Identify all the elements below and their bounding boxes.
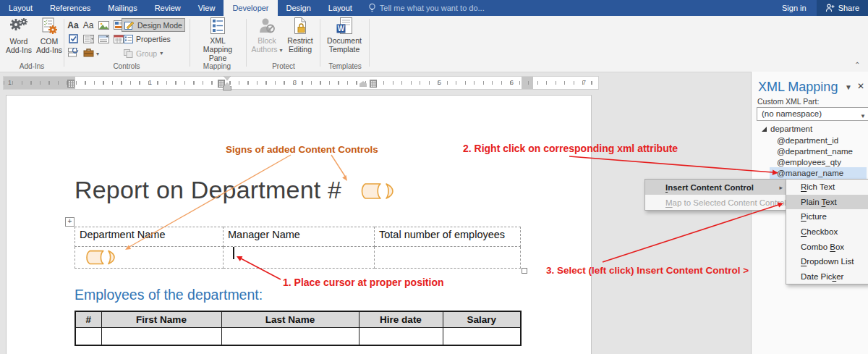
dept-table-header-cell[interactable]: Manager Name <box>224 227 375 247</box>
picture-control-icon[interactable] <box>97 20 110 30</box>
emp-table-cell[interactable] <box>101 328 221 346</box>
ruler-ticks <box>4 81 598 85</box>
dept-table-header-cell[interactable]: Total number of employees <box>375 227 521 247</box>
emp-table-header-cell[interactable]: Hire date <box>359 311 443 328</box>
hanging-indent-marker[interactable] <box>224 83 231 90</box>
tab-layout-2[interactable]: Layout <box>320 0 361 16</box>
ruler-number: 3 <box>293 79 297 86</box>
group-label-templates: Templates <box>324 62 366 70</box>
pane-options-caret-icon[interactable]: ▼ <box>845 83 852 91</box>
ruler-table-column-marker[interactable] <box>370 80 377 88</box>
dropdown-list-control-icon[interactable] <box>97 33 110 44</box>
tree-attr-department-id[interactable]: @department_id <box>777 136 838 145</box>
share-button[interactable]: Share <box>817 0 868 16</box>
restrict-editing-button[interactable]: Restrict Editing <box>284 17 317 54</box>
tell-me-box[interactable]: Tell me what you want to do... <box>361 0 485 16</box>
submenu-item-dropdown-list[interactable]: Dropdown List <box>786 254 868 269</box>
share-label: Share <box>838 0 859 16</box>
emp-table-cell[interactable] <box>75 328 101 346</box>
first-line-indent-marker[interactable] <box>224 76 231 80</box>
ruler-number: 7 <box>582 79 586 86</box>
design-mode-icon <box>124 20 135 30</box>
block-authors-button[interactable]: Block Authors ▾ <box>250 17 284 54</box>
emp-table-header-cell[interactable]: Salary <box>443 311 521 328</box>
emp-table-header-cell[interactable]: First Name <box>101 311 221 328</box>
document-template-label: Document Template <box>324 36 365 54</box>
ruler-number: 1 <box>148 79 152 86</box>
emp-table-cell[interactable] <box>359 328 443 346</box>
department-table: Department Name Manager Name Total numbe… <box>75 227 521 269</box>
design-mode-button[interactable]: Design Mode <box>122 18 185 32</box>
dept-table-cell[interactable] <box>375 247 521 269</box>
share-person-icon <box>825 4 835 12</box>
red-annotation-line <box>569 156 773 172</box>
properties-button[interactable]: Properties <box>122 33 173 45</box>
tab-review[interactable]: Review <box>146 0 190 16</box>
emp-table-header-cell[interactable]: Last Name <box>221 311 359 328</box>
block-authors-icon <box>258 17 276 34</box>
checkbox-control-icon[interactable] <box>67 33 80 44</box>
legacy-tools-caret[interactable]: ▾ <box>94 49 101 59</box>
right-indent-marker[interactable] <box>359 81 367 87</box>
svg-text:W: W <box>338 25 345 33</box>
menu-item-insert-content-control[interactable]: Insert Content Control ▸ <box>645 180 787 195</box>
com-addins-icon <box>41 17 58 35</box>
legacy-tools-icon[interactable] <box>82 47 95 58</box>
tab-references[interactable]: References <box>41 0 99 16</box>
combo-box-control-icon[interactable] <box>82 33 95 44</box>
menu-item-map-to-selected[interactable]: Map to Selected Content Control <box>645 195 787 210</box>
dept-table-header-cell[interactable]: Department Name <box>75 227 224 247</box>
submenu-item-picture[interactable]: Picture <box>786 209 868 224</box>
tab-developer[interactable]: Developer <box>224 0 277 16</box>
content-control-submenu: Rich Text Plain Text Picture Checkbox Co… <box>786 179 868 285</box>
emp-table-cell[interactable] <box>221 328 359 346</box>
document-template-icon: W <box>336 17 352 34</box>
submenu-item-rich-text[interactable]: Rich Text <box>786 180 868 195</box>
content-control-tag-cell[interactable] <box>84 249 120 266</box>
custom-xml-part-dropdown[interactable]: (no namespace) ▼ <box>757 107 868 121</box>
plain-text-control-icon[interactable]: Aa <box>82 20 95 30</box>
table-resize-handle[interactable] <box>522 268 527 274</box>
tree-attr-manager-name-selected[interactable]: @manager_name <box>777 169 843 177</box>
content-control-tag-title[interactable] <box>359 182 399 201</box>
submenu-item-checkbox[interactable]: Checkbox <box>786 224 868 240</box>
properties-icon <box>124 35 133 43</box>
ribbon-tab-bar: Layout References Mailings Review View D… <box>0 0 868 16</box>
xml-mapping-pane-label: XML Mapping Pane <box>197 36 239 62</box>
table-move-handle[interactable]: + <box>65 217 75 227</box>
tab-mailings[interactable]: Mailings <box>99 0 145 16</box>
employees-heading[interactable]: Employees of the department: <box>75 287 263 303</box>
emp-table-header-cell[interactable]: # <box>75 311 101 328</box>
repeating-section-control-icon[interactable] <box>67 47 80 58</box>
properties-label: Properties <box>136 35 171 43</box>
tab-layout-1[interactable]: Layout <box>0 0 41 16</box>
rich-text-control-icon[interactable]: Aa <box>67 20 80 30</box>
restrict-editing-label: Restrict Editing <box>284 36 317 54</box>
submenu-item-date-picker[interactable]: Date Picker <box>786 269 868 285</box>
submenu-item-plain-text[interactable]: Plain Text <box>786 195 868 210</box>
group-button[interactable]: Group ▾ <box>122 47 165 59</box>
dept-table-cell[interactable] <box>224 247 375 269</box>
sign-in-button[interactable]: Sign in <box>772 0 817 16</box>
tree-attr-employees-qty[interactable]: @employees_qty <box>777 158 841 167</box>
emp-table-cell[interactable] <box>443 328 521 346</box>
com-addins-button[interactable]: COM Add-Ins <box>30 17 68 54</box>
group-separator <box>64 19 64 67</box>
pane-close-icon[interactable]: ✕ <box>857 81 864 91</box>
group-label-text: Group <box>136 49 157 58</box>
submenu-item-combo-box[interactable]: Combo Box <box>786 239 868 254</box>
tree-attr-department-name[interactable]: @department_name <box>777 147 853 156</box>
group-icon <box>124 49 133 58</box>
tree-expand-icon[interactable] <box>762 127 767 132</box>
restrict-editing-icon <box>292 17 308 34</box>
tree-node-department[interactable]: department <box>762 125 812 133</box>
tab-view[interactable]: View <box>190 0 224 16</box>
document-title-text[interactable]: Report on Department # <box>75 176 341 204</box>
ruler-table-column-marker[interactable] <box>67 80 75 88</box>
collapse-ribbon-button[interactable]: ⌃ <box>854 61 860 69</box>
document-template-button[interactable]: W Document Template <box>324 17 365 54</box>
tab-design[interactable]: Design <box>278 0 320 16</box>
annotation-signs-of-content-controls: Signs of added Content Controls <box>226 144 378 155</box>
block-authors-label: Block Authors ▾ <box>250 36 284 54</box>
xml-mapping-pane-button[interactable]: XML Mapping Pane <box>197 17 239 62</box>
